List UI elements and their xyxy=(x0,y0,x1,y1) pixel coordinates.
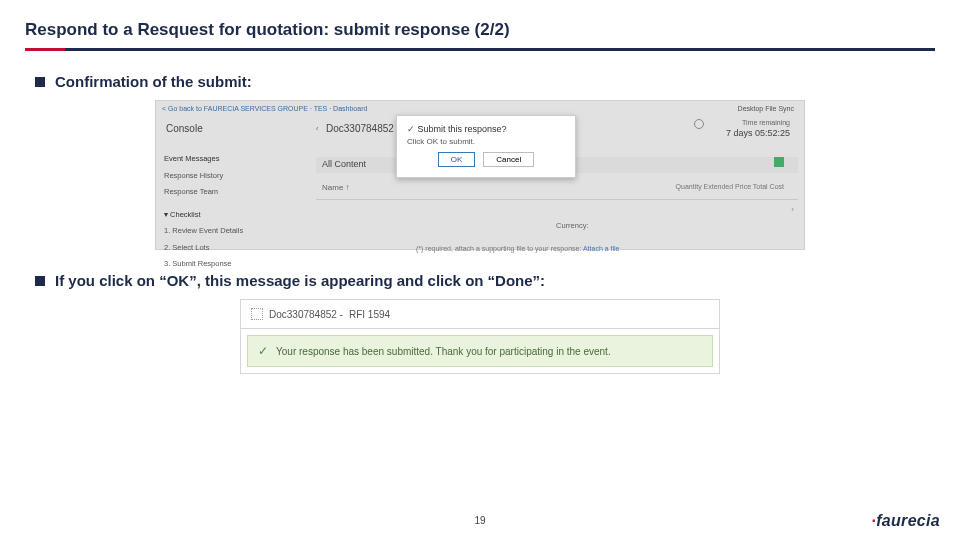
checklist-step-3[interactable]: 3. Submit Response xyxy=(162,256,302,273)
success-message: Your response has been submitted. Thank … xyxy=(276,346,611,357)
sidebar-item-event-messages[interactable]: Event Messages xyxy=(162,151,302,168)
brand-logo: ·faurecia xyxy=(871,512,940,530)
back-link[interactable]: < Go back to FAURECIA SERVICES GROUPE · … xyxy=(162,105,367,112)
time-remaining-value: 7 days 05:52:25 xyxy=(726,128,790,138)
title-rule xyxy=(25,48,935,51)
brand-name: faurecia xyxy=(876,512,940,529)
desktop-file-sync: Desktop File Sync xyxy=(738,105,794,112)
table-divider xyxy=(316,199,798,200)
cancel-button[interactable]: Cancel xyxy=(483,152,534,167)
attach-hint: (*) required, attach a supporting file t… xyxy=(416,245,620,252)
collapse-caret-icon[interactable]: ‹ xyxy=(791,205,794,214)
dialog-title: Submit this response? xyxy=(407,124,565,134)
slide-title: Respond to a Resquest for quotation: sub… xyxy=(25,20,935,40)
page-number: 19 xyxy=(0,515,960,526)
sidebar-item-response-team[interactable]: Response Team xyxy=(162,184,302,201)
screenshot-submit-dialog: < Go back to FAURECIA SERVICES GROUPE · … xyxy=(155,100,805,250)
bullet-1-text: Confirmation of the submit: xyxy=(55,73,252,90)
attach-file-link[interactable]: Attach a file xyxy=(583,245,620,252)
doc-number: Doc330784852 - xyxy=(269,309,343,320)
bullet-1: Confirmation of the submit: xyxy=(35,73,935,90)
bullet-2: If you click on “OK”, this message is ap… xyxy=(35,272,935,289)
column-group-right: Quantity Extended Price Total Cost xyxy=(676,183,784,190)
checklist-step-2[interactable]: 2. Select Lots xyxy=(162,240,302,257)
currency-label: Currency: xyxy=(556,221,589,230)
success-banner: ✓ Your response has been submitted. Than… xyxy=(247,335,713,367)
doc-header-row: Doc330784852 - RFI 1594 xyxy=(241,300,719,329)
submit-confirm-dialog: Submit this response? Click OK to submit… xyxy=(396,115,576,178)
dialog-subtitle: Click OK to submit. xyxy=(407,137,565,146)
chevron-left-icon[interactable]: ‹ xyxy=(316,125,318,132)
rfi-name: RFI 1594 xyxy=(349,309,390,320)
ok-button[interactable]: OK xyxy=(438,152,476,167)
checkmark-icon: ✓ xyxy=(258,344,268,358)
all-content-label: All Content xyxy=(322,159,366,169)
screenshot-submitted-banner: Doc330784852 - RFI 1594 ✓ Your response … xyxy=(240,299,720,374)
console-label: Console xyxy=(166,123,203,134)
doc-settings-icon[interactable] xyxy=(251,308,263,320)
attach-hint-text: (*) required, attach a supporting file t… xyxy=(416,245,581,252)
clock-icon xyxy=(694,119,704,129)
bullet-icon xyxy=(35,276,45,286)
sidebar-item-response-history[interactable]: Response History xyxy=(162,168,302,185)
bullet-2-text: If you click on “OK”, this message is ap… xyxy=(55,272,545,289)
column-name[interactable]: Name ↑ xyxy=(322,183,350,192)
checklist-step-1[interactable]: 1. Review Event Details xyxy=(162,223,302,240)
table-menu-icon[interactable] xyxy=(774,157,784,167)
time-remaining-label: Time remaining xyxy=(742,119,790,126)
sidebar-checklist-header[interactable]: ▾ Checklist xyxy=(162,207,302,224)
sidebar: Event Messages Response History Response… xyxy=(162,151,302,273)
bullet-icon xyxy=(35,77,45,87)
